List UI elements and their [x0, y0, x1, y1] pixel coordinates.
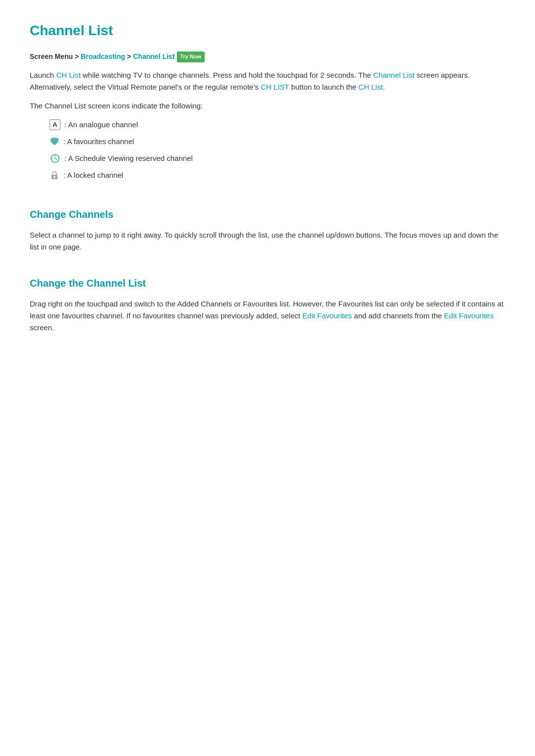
icon-list: A : An analogue channel : A favourites c… — [30, 119, 505, 181]
analogue-label: : An analogue channel — [64, 119, 138, 131]
breadcrumb-channellist-link[interactable]: Channel List — [133, 52, 175, 60]
svg-point-6 — [54, 176, 55, 178]
try-now-badge[interactable]: Try Now — [177, 51, 205, 62]
section-change-channels-body: Select a channel to jump to it right awa… — [30, 229, 505, 253]
channel-list-link-1[interactable]: Channel List — [373, 71, 414, 79]
breadcrumb-sep1: > — [125, 52, 133, 60]
intro1d-text: button to launch the — [289, 83, 358, 91]
page-title: Channel List — [30, 20, 505, 42]
ch-list-link-2[interactable]: CH LIST — [261, 83, 289, 91]
lock-icon — [50, 170, 59, 180]
intro-paragraph-2: The Channel List screen icons indicate t… — [30, 100, 505, 112]
svg-point-4 — [51, 157, 53, 159]
edit-favourites-link-2[interactable]: Edit Favourites — [444, 311, 493, 320]
edit-favourites-link-1[interactable]: Edit Favourites — [302, 311, 352, 320]
change-list-body-mid: and add channels from the — [352, 311, 444, 320]
change-list-body-suffix: screen. — [30, 323, 54, 332]
ch-list-link-1[interactable]: CH List — [56, 71, 80, 79]
list-item-favourites: : A favourites channel — [50, 136, 505, 148]
breadcrumb-broadcasting-link[interactable]: Broadcasting — [81, 52, 125, 60]
intro1b-text: while watching TV to change channels. Pr… — [81, 71, 374, 79]
intro-paragraph-1: Launch CH List while watching TV to chan… — [30, 69, 505, 93]
section-change-channels-title: Change Channels — [30, 206, 505, 222]
favourites-label: : A favourites channel — [63, 136, 134, 148]
ch-list-link-3[interactable]: CH List — [359, 83, 383, 91]
schedule-icon — [50, 153, 60, 164]
locked-label: : A locked channel — [63, 169, 123, 181]
intro1e-text: . — [383, 83, 385, 91]
schedule-label: : A Schedule Viewing reserved channel — [64, 152, 193, 164]
divider-1 — [30, 191, 505, 192]
intro1-text: Launch — [30, 71, 56, 79]
heart-icon — [50, 137, 59, 147]
list-item-locked: : A locked channel — [50, 169, 505, 181]
divider-2 — [30, 260, 505, 260]
section-change-channel-list-body: Drag right on the touchpad and switch to… — [30, 298, 505, 334]
breadcrumb: Screen Menu > Broadcasting > Channel Lis… — [30, 51, 505, 62]
analogue-icon: A — [50, 119, 60, 130]
section-change-channel-list-title: Change the Channel List — [30, 275, 505, 291]
list-item-schedule: : A Schedule Viewing reserved channel — [50, 152, 505, 164]
list-item-analogue: A : An analogue channel — [50, 119, 505, 131]
breadcrumb-prefix: Screen Menu > — [30, 52, 81, 60]
